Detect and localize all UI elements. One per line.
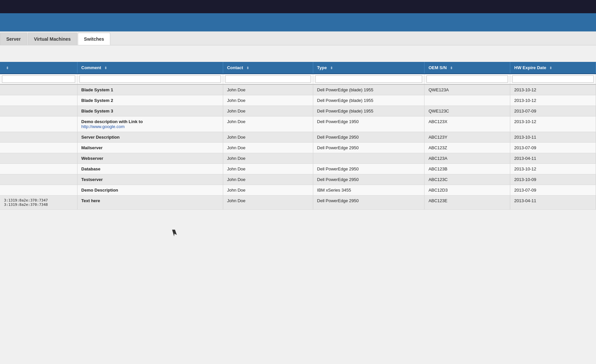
table-row: WebserverJohn DoeABC123A2013-04-11 [0, 153, 596, 164]
comment-text: Blade System 1 [81, 87, 113, 92]
cell-comment: Database [77, 164, 223, 174]
filter-cell-name [0, 74, 77, 84]
col-header-contact[interactable]: Contact ⇕ [223, 62, 313, 74]
comment-text: Database [81, 166, 101, 171]
table-row: Demo description with Link tohttp://www.… [0, 116, 596, 132]
comment-text: Demo description with Link to [81, 119, 143, 124]
cell-oem: QWE123A [424, 84, 510, 95]
cell-name [0, 132, 77, 143]
sort-icon-contact: ⇕ [246, 66, 249, 70]
cell-contact: John Doe [223, 185, 313, 196]
table-row: Server DescriptionJohn DoeDell PowerEdge… [0, 132, 596, 143]
tab-virtual-machines[interactable]: Virtual Machines [28, 33, 77, 45]
cell-comment: Mailserver [77, 143, 223, 153]
cell-name [0, 106, 77, 116]
mouse-cursor [172, 230, 177, 236]
comment-text: Blade System 3 [81, 109, 113, 114]
cell-comment: Webserver [77, 153, 223, 164]
table-header-row: ⇕ Comment ⇕ Contact ⇕ Type ⇕ OEM S/N ⇕ [0, 62, 596, 74]
cell-oem [424, 95, 510, 106]
col-hw-label: HW Expire Date [514, 65, 546, 70]
tab-server[interactable]: Server [0, 33, 27, 45]
comment-text: Server Description [81, 135, 120, 140]
cell-name [0, 95, 77, 106]
cell-type: Dell PowerEdge (blade) 1955 [313, 106, 424, 116]
sort-icon-oem: ⇕ [450, 66, 453, 70]
cell-hw: 2013-07-09 [510, 143, 596, 153]
table-row: Blade System 2John DoeDell PowerEdge (bl… [0, 95, 596, 106]
cell-type: Dell PowerEdge (blade) 1955 [313, 95, 424, 106]
col-header-oem[interactable]: OEM S/N ⇕ [424, 62, 510, 74]
comment-text: Mailserver [81, 145, 103, 150]
cell-hw: 2013-10-11 [510, 132, 596, 143]
col-oem-label: OEM S/N [428, 65, 447, 70]
cell-oem: ABC123Z [424, 143, 510, 153]
cell-contact: John Doe [223, 132, 313, 143]
comment-text: Blade System 2 [81, 98, 113, 103]
col-header-comment[interactable]: Comment ⇕ [77, 62, 223, 74]
sort-icon-type: ⇕ [330, 66, 333, 70]
cell-name [0, 143, 77, 153]
cell-name: 3:1319:8a2e:370:7347 3:1319:8a2e:370:734… [0, 196, 77, 210]
table-row: Blade System 1John DoeDell PowerEdge (bl… [0, 84, 596, 95]
cell-type: Dell PowerEdge 2950 [313, 164, 424, 174]
cell-contact: John Doe [223, 143, 313, 153]
cell-oem: QWE123C [424, 106, 510, 116]
cell-name [0, 84, 77, 95]
table-row: TestserverJohn DoeDell PowerEdge 2950ABC… [0, 174, 596, 185]
cell-comment: Testserver [77, 174, 223, 185]
cell-comment: Text here [77, 196, 223, 210]
comment-link[interactable]: http://www.google.com [81, 124, 125, 129]
top-bar [0, 0, 596, 13]
cell-type: Dell PowerEdge (blade) 1955 [313, 84, 424, 95]
cell-contact: John Doe [223, 196, 313, 210]
cell-contact: John Doe [223, 153, 313, 164]
filter-input-contact[interactable] [225, 75, 311, 83]
cell-contact: John Doe [223, 95, 313, 106]
cell-contact: John Doe [223, 106, 313, 116]
sort-icon-hw: ⇕ [549, 66, 552, 70]
filter-input-comment[interactable] [79, 75, 221, 83]
filter-cell-hw [510, 74, 596, 84]
col-header-type[interactable]: Type ⇕ [313, 62, 424, 74]
cell-contact: John Doe [223, 174, 313, 185]
table-row: MailserverJohn DoeDell PowerEdge 2950ABC… [0, 143, 596, 153]
cell-name [0, 116, 77, 132]
col-header-name[interactable]: ⇕ [0, 62, 77, 74]
cell-comment: Blade System 3 [77, 106, 223, 116]
filter-input-name[interactable] [2, 75, 75, 83]
tab-virtual-machines-label: Virtual Machines [34, 36, 71, 42]
cell-name [0, 174, 77, 185]
cell-hw: 2013-04-11 [510, 196, 596, 210]
cell-oem: ABC123X [424, 116, 510, 132]
comment-text: Webserver [81, 156, 103, 161]
cell-name [0, 185, 77, 196]
cell-hw: 2013-10-12 [510, 116, 596, 132]
filter-row [0, 74, 596, 84]
cell-type: Dell PowerEdge 2950 [313, 174, 424, 185]
filter-cell-type [313, 74, 424, 84]
cell-oem: ABC123C [424, 174, 510, 185]
table-row: 3:1319:8a2e:370:7347 3:1319:8a2e:370:734… [0, 196, 596, 210]
cell-type: Dell PowerEdge 2950 [313, 196, 424, 210]
table-container: ⇕ Comment ⇕ Contact ⇕ Type ⇕ OEM S/N ⇕ [0, 62, 596, 223]
cell-contact: John Doe [223, 164, 313, 174]
filter-input-hw[interactable] [512, 75, 594, 83]
cell-oem: ABC123A [424, 153, 510, 164]
cell-name [0, 153, 77, 164]
col-header-hw[interactable]: HW Expire Date ⇕ [510, 62, 596, 74]
cell-hw: 2013-04-11 [510, 153, 596, 164]
comment-text: Demo Description [81, 188, 118, 193]
tab-server-label: Server [6, 36, 21, 42]
cell-comment: Blade System 1 [77, 84, 223, 95]
cell-name [0, 164, 77, 174]
filter-cell-oem [424, 74, 510, 84]
cell-hw: 2013-07-09 [510, 185, 596, 196]
sort-icon-name: ⇕ [6, 66, 9, 70]
tab-switches[interactable]: Switches [78, 33, 111, 45]
cell-type [313, 153, 424, 164]
filter-input-type[interactable] [315, 75, 422, 83]
app-header [0, 13, 596, 31]
tab-bar: Server Virtual Machines Switches [0, 31, 596, 45]
filter-input-oem[interactable] [426, 75, 508, 83]
